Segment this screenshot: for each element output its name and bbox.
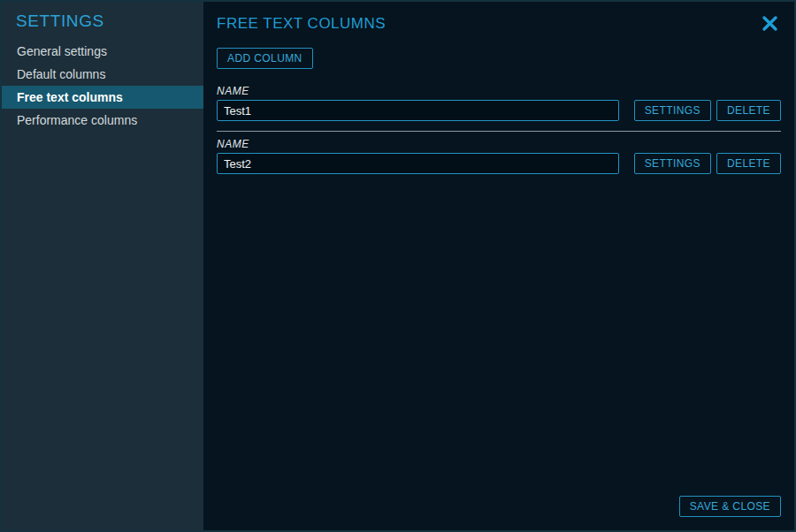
column-row: NAME SETTINGS DELETE [217,138,781,174]
name-label: NAME [217,85,781,97]
page-title: FREE TEXT COLUMNS [217,12,386,33]
panel-header: FREE TEXT COLUMNS [217,12,781,34]
sidebar-item-general-settings[interactable]: General settings [2,40,203,63]
column-row: NAME SETTINGS DELETE [217,85,781,121]
column-name-input[interactable] [217,100,619,121]
sidebar-title: SETTINGS [2,2,203,31]
column-delete-button[interactable]: DELETE [716,100,781,121]
sidebar-item-performance-columns[interactable]: Performance columns [2,109,203,132]
add-column-button[interactable]: ADD COLUMN [217,48,313,69]
sidebar-item-free-text-columns[interactable]: Free text columns [2,86,203,109]
row-controls: SETTINGS DELETE [217,153,781,174]
free-text-columns-panel: FREE TEXT COLUMNS ADD COLUMN NAME SETTIN… [203,2,794,530]
column-settings-button[interactable]: SETTINGS [634,100,711,121]
close-icon [761,14,779,33]
column-name-input[interactable] [217,153,619,174]
close-button[interactable] [759,12,781,34]
row-controls: SETTINGS DELETE [217,100,781,121]
sidebar-item-default-columns[interactable]: Default columns [2,63,203,86]
column-settings-button[interactable]: SETTINGS [634,153,711,174]
name-label: NAME [217,138,781,150]
sidebar-nav: General settings Default columns Free te… [2,40,203,132]
sidebar: SETTINGS General settings Default column… [2,2,203,530]
save-close-button[interactable]: SAVE & CLOSE [679,496,781,517]
column-delete-button[interactable]: DELETE [716,153,781,174]
row-separator [217,131,781,132]
settings-window: SETTINGS General settings Default column… [0,0,796,532]
